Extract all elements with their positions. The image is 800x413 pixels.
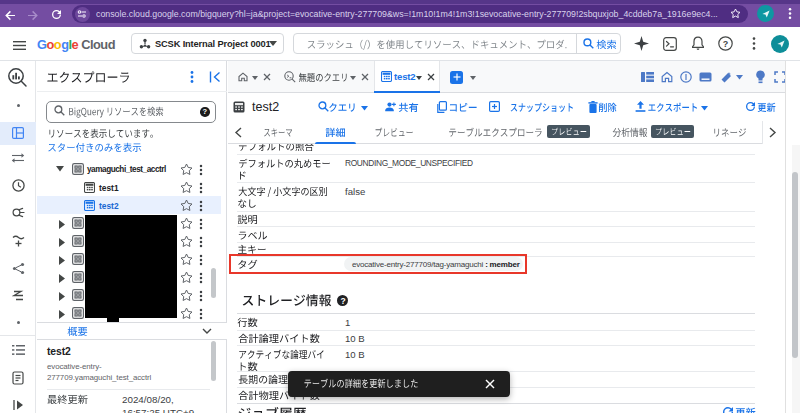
svg-text:?: ?: [723, 39, 729, 49]
